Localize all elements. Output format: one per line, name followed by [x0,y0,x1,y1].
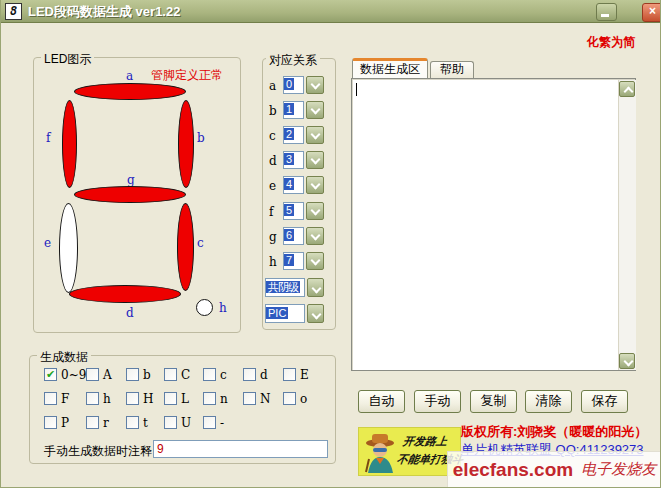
checkbox-F[interactable] [44,392,57,405]
segment-label-d: d [126,306,134,320]
chevron-down-icon [311,256,321,266]
chevron-down-icon [311,155,321,165]
chevron-down-icon [312,310,322,320]
checkbox-h[interactable] [86,392,99,405]
checkbox-label: A [103,368,112,382]
checkbox-U[interactable] [164,416,177,429]
segment-label-e: e [44,236,51,250]
mapping-group-title: 对应关系 [266,52,320,69]
mapping-select-a[interactable]: 0 [283,76,304,94]
checkbox-r[interactable] [86,416,99,429]
checkbox-dash[interactable] [203,416,216,429]
pin-status-text: 管脚定义正常 [151,67,223,84]
mapping-row-label-a: a [269,79,276,93]
window-title: LED段码数据生成 ver1.22 [28,3,180,21]
checkbox-t[interactable] [126,416,139,429]
mapping-dropdown-b[interactable] [306,101,324,119]
mapping-dropdown-a[interactable] [306,76,324,94]
mapping-dropdown-d[interactable] [306,151,324,169]
led-segment-d[interactable] [69,285,181,303]
checkbox-label: L [181,392,189,406]
led-segment-h[interactable] [196,299,213,316]
checkbox-label: 0~9 [61,368,86,382]
mapping-select-h[interactable]: 7 [283,252,304,270]
clear-button[interactable]: 清除 [525,390,572,413]
led-segment-c[interactable] [177,203,194,291]
checkbox-H[interactable] [126,392,139,405]
checkbox-d[interactable] [243,368,256,381]
checkbox-b[interactable] [126,368,139,381]
cowboy-mascot-icon [363,431,399,475]
chevron-down-icon [312,284,322,294]
checkbox-E[interactable] [283,368,296,381]
comment-input[interactable] [153,440,328,458]
mapping-select-d[interactable]: 3 [283,151,304,169]
auto-button[interactable]: 自动 [358,390,405,413]
segment-label-b: b [197,131,205,145]
segment-label-a: a [126,69,133,83]
scroll-up-button[interactable] [619,81,635,97]
output-textarea[interactable] [351,78,636,371]
chip-dropdown[interactable] [307,304,324,323]
led-segment-b[interactable] [178,100,194,188]
checkbox-N[interactable] [243,392,256,405]
mapping-dropdown-f[interactable] [306,202,324,220]
polarity-dropdown[interactable] [307,278,324,297]
chevron-down-icon [311,130,321,140]
mapping-value-f: 5 [284,204,294,216]
checkbox-o[interactable] [283,392,296,405]
tab-data-output[interactable]: 数据生成区 [352,58,428,78]
mapping-dropdown-g[interactable] [306,227,324,245]
mapping-select-b[interactable]: 1 [283,101,304,119]
polarity-value: 共阴级 [266,281,300,293]
checkbox-0-9[interactable]: ✔ [44,368,57,381]
checkbox-A[interactable] [86,368,99,381]
mapping-value-b: 1 [284,103,294,115]
scrollbar[interactable] [618,80,636,370]
minimize-icon [601,14,609,17]
chevron-down-icon [311,80,321,90]
manual-button[interactable]: 手动 [414,390,461,413]
mapping-row-label-e: e [269,179,276,193]
checkbox-label: o [300,392,307,406]
close-button[interactable]: × [642,3,661,22]
led-segment-g[interactable] [74,186,186,203]
mapping-value-d: 3 [284,153,294,165]
checkbox-label: N [260,392,271,406]
checkbox-L[interactable] [164,392,177,405]
led-segment-f[interactable] [62,100,77,188]
checkbox-label: c [220,368,227,382]
minimize-button[interactable] [596,3,617,21]
led-segment-a[interactable] [74,83,186,100]
save-button[interactable]: 保存 [581,390,628,413]
mapping-select-e[interactable]: 4 [283,176,304,194]
scroll-down-button[interactable] [619,353,635,369]
mapping-value-h: 7 [284,254,294,266]
chevron-down-icon [311,105,321,115]
checkbox-P[interactable] [44,416,57,429]
segment-label-c: c [197,236,204,250]
mapping-row-label-g: g [269,230,277,244]
checkbox-c[interactable] [203,368,216,381]
mapping-select-c[interactable]: 2 [283,126,304,144]
led-segment-e[interactable] [59,203,78,293]
chevron-down-icon [311,206,321,216]
mapping-select-f[interactable]: 5 [283,202,304,220]
watermark-cn-text: 电子发烧友 [581,460,656,479]
mapping-dropdown-c[interactable] [306,126,324,144]
mapping-dropdown-e[interactable] [306,176,324,194]
mapping-row-label-b: b [269,104,277,118]
tab-help[interactable]: 帮助 [430,61,474,78]
checkbox-label: n [220,392,228,406]
mapping-value-a: 0 [284,78,294,90]
checkbox-n[interactable] [203,392,216,405]
checkbox-C[interactable] [164,368,177,381]
mapping-dropdown-h[interactable] [306,252,324,270]
polarity-select[interactable]: 共阴级 [265,278,305,297]
mapping-row-label-f: f [269,205,273,219]
checkbox-label: C [181,368,190,382]
chip-select[interactable]: PIC [265,304,305,323]
mapping-select-g[interactable]: 6 [283,227,304,245]
copy-button[interactable]: 复制 [470,390,517,413]
mapping-row-label-d: d [269,154,277,168]
